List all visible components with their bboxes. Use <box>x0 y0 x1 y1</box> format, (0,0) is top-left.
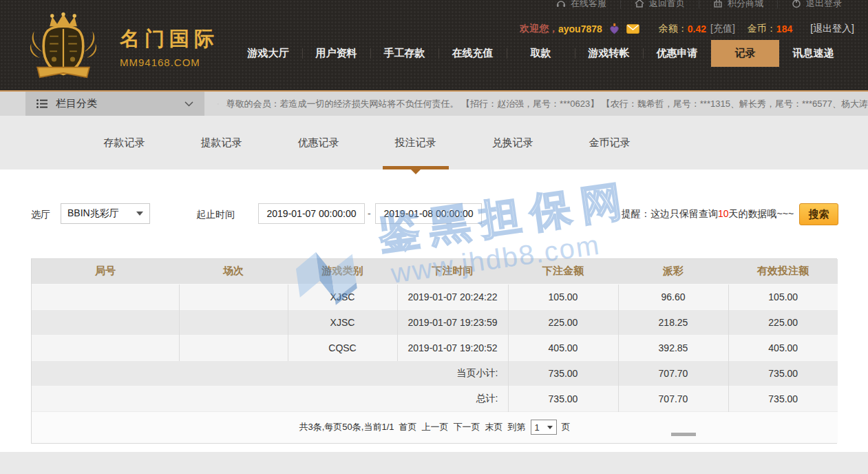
subtotal-row: 当页小计: 735.00 707.70 735.00 <box>32 360 838 386</box>
pagination-first[interactable]: 首页 <box>399 421 417 433</box>
date-range-label: 起止时间 <box>196 209 235 221</box>
nav-item-messages[interactable]: 讯息速递 <box>779 40 847 67</box>
tab-coin-records[interactable]: 金币记录 <box>561 116 658 169</box>
date-to-input[interactable] <box>375 203 482 224</box>
top-utility-bar: 在线客服 返回首页 积分商城 退出登录 <box>542 0 856 9</box>
nav-item-online-recharge[interactable]: 在线充值 <box>438 40 507 67</box>
cell: 2019-01-07 19:20:52 <box>397 335 508 360</box>
topbar-link-customer-service[interactable]: 在线客服 <box>542 0 620 9</box>
subtotal-value: 707.70 <box>618 360 728 386</box>
topbar-link-label: 退出登录 <box>806 0 842 9</box>
subtotal-value: 735.00 <box>508 360 618 386</box>
vip-heart-icon[interactable] <box>609 23 620 34</box>
cell: 96.60 <box>618 284 728 309</box>
nav-item-game-transfer[interactable]: 游戏转帐 <box>575 40 643 67</box>
main-nav: 游戏大厅 用户资料 手工存款 在线充值 取款 游戏转帐 优惠申请 记录 讯息速递 <box>234 40 847 67</box>
active-tab-pointer <box>411 169 421 174</box>
total-row: 总计: 735.00 707.70 735.00 <box>32 386 838 411</box>
pagination-prev[interactable]: 上一页 <box>422 421 449 433</box>
nav-label: 游戏大厅 <box>248 47 289 60</box>
goto-suffix: 页 <box>562 421 571 433</box>
logo-domain: MM94168.COM <box>120 56 219 68</box>
goto-prefix: 到第 <box>508 421 526 433</box>
table-row: XJSC 2019-01-07 20:24:22 105.00 96.60 10… <box>32 284 838 309</box>
list-icon <box>36 99 47 108</box>
nav-item-game-hall[interactable]: 游戏大厅 <box>234 40 302 67</box>
cell <box>179 309 288 335</box>
site-logo[interactable]: 名门国际 MM94168.COM <box>26 12 219 81</box>
pagination-last[interactable]: 末页 <box>485 421 503 433</box>
message-envelope-icon[interactable] <box>626 24 639 34</box>
total-value: 735.00 <box>508 386 618 411</box>
topbar-link-logout[interactable]: 退出登录 <box>777 0 856 9</box>
hall-label: 选厅 <box>31 209 50 221</box>
select-arrow-icon <box>136 212 143 216</box>
cell: 392.85 <box>618 335 728 360</box>
tab-promo-records[interactable]: 优惠记录 <box>270 116 367 169</box>
nav-item-promo-apply[interactable]: 优惠申请 <box>643 40 711 67</box>
col-header: 场次 <box>179 259 288 284</box>
tab-bet-records[interactable]: 投注记录 <box>367 116 464 169</box>
nav-item-user-profile[interactable]: 用户资料 <box>302 40 370 67</box>
col-header: 下注时间 <box>397 259 508 284</box>
announcement-text: 尊敬的会员：若造成一切的经济损失网站将不负任何责任。 【招行：赵治强，尾号：**… <box>226 98 868 110</box>
nav-label: 游戏转帐 <box>589 47 630 60</box>
cell: 405.00 <box>508 335 618 360</box>
balance-label: 余额： <box>659 23 688 35</box>
subtotal-value: 735.00 <box>728 360 838 386</box>
table-row: CQSC 2019-01-07 19:20:52 405.00 392.85 4… <box>32 335 838 360</box>
cell: XJSC <box>288 309 397 335</box>
search-button[interactable]: 搜索 <box>799 203 838 225</box>
nav-label: 在线充值 <box>452 47 494 60</box>
cell: 218.25 <box>618 309 728 335</box>
speaker-icon <box>218 99 219 110</box>
category-dropdown[interactable]: 栏目分类 <box>25 92 204 116</box>
coin-label: 金币： <box>748 23 776 35</box>
topbar-link-label: 在线客服 <box>571 0 606 9</box>
date-from-input[interactable] <box>258 203 365 224</box>
balance-value: 0.42 <box>688 23 706 34</box>
nav-label: 记录 <box>735 47 756 60</box>
nav-item-records[interactable]: 记录 <box>711 40 779 67</box>
recharge-link[interactable]: [充值] <box>710 23 735 35</box>
cell <box>32 309 179 335</box>
nav-label: 取款 <box>531 47 551 60</box>
table-row: XJSC 2019-01-07 19:23:59 225.00 218.25 2… <box>32 309 838 335</box>
tab-label: 存款记录 <box>104 136 145 150</box>
cell <box>179 335 288 360</box>
pagination-summary: 共3条,每页50条,当前1/1 <box>299 421 394 433</box>
content-area: 选厅 BBIN兆彩厅 起止时间 - 提醒：这边只保留查询10天的数据哦~~~ 搜… <box>0 169 868 452</box>
table-header-row: 局号 场次 游戏类别 下注时间 下注金额 派彩 有效投注额 <box>32 259 838 284</box>
topbar-link-label: 积分商城 <box>728 0 763 9</box>
topbar-link-points-mall[interactable]: 积分商城 <box>699 0 777 9</box>
tab-deposit-records[interactable]: 存款记录 <box>76 116 173 169</box>
topbar-link-home[interactable]: 返回首页 <box>620 0 699 9</box>
pagination-next[interactable]: 下一页 <box>454 421 480 433</box>
logout-link[interactable]: [退出登入] <box>810 23 854 35</box>
announcement-bar: 栏目分类 尊敬的会员：若造成一切的经济损失网站将不负任何责任。 【招行：赵治强，… <box>0 92 868 116</box>
tab-withdraw-records[interactable]: 提款记录 <box>173 116 270 169</box>
cell: 225.00 <box>728 309 838 335</box>
nav-item-manual-deposit[interactable]: 手工存款 <box>370 40 438 67</box>
nav-item-withdraw[interactable]: 取款 <box>507 40 575 67</box>
total-value: 735.00 <box>728 386 838 411</box>
home-icon <box>635 0 644 8</box>
reminder-prefix: 提醒：这边只保留查询 <box>622 208 718 219</box>
cell: XJSC <box>288 284 397 309</box>
page-footer <box>0 452 868 474</box>
retention-reminder: 提醒：这边只保留查询10天的数据哦~~~ <box>622 208 794 220</box>
hall-select[interactable]: BBIN兆彩厅 <box>61 203 150 224</box>
cell: 405.00 <box>728 335 838 360</box>
chevron-down-icon <box>184 101 193 107</box>
page-select[interactable]: 1 <box>531 420 557 435</box>
cell <box>32 335 179 360</box>
tab-exchange-records[interactable]: 兑换记录 <box>464 116 561 169</box>
logo-title: 名门国际 <box>120 25 219 53</box>
horizontal-scrollbar-thumb[interactable] <box>671 433 696 436</box>
reminder-suffix: 天的数据哦~~~ <box>729 208 794 219</box>
tab-label: 兑换记录 <box>492 136 533 150</box>
total-label: 总计: <box>32 386 508 411</box>
tab-label: 提款记录 <box>201 136 242 150</box>
cell: CQSC <box>288 335 397 360</box>
cart-icon <box>713 0 723 8</box>
